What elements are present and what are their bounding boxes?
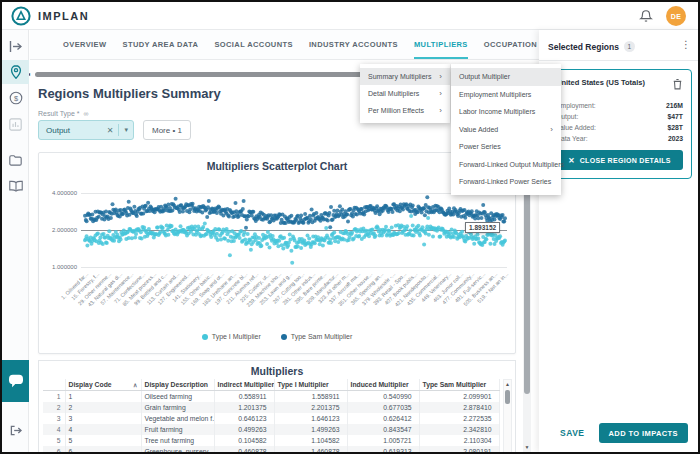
region-stat-3: Data Year:2023	[556, 133, 683, 144]
submenu-item-5[interactable]: Forward-Linked Output Multipliers	[451, 156, 561, 174]
submenu-item-2[interactable]: Labor Income Multipliers	[451, 103, 561, 121]
svg-text:$: $	[13, 94, 18, 103]
menu-item-label: Value Added	[459, 126, 498, 133]
submenu-arrow-icon: ›	[439, 106, 442, 115]
cell-type_sam: 2.110304	[419, 435, 499, 446]
menu-item-summary-0[interactable]: Summary Multipliers›	[360, 68, 450, 85]
submenu-arrow-icon: ›	[439, 89, 442, 98]
cell-code: 6	[65, 446, 141, 454]
brand-name: IMPLAN	[38, 10, 89, 22]
submenu-item-0[interactable]: Output Multiplier	[451, 68, 561, 86]
tab-overview[interactable]: OVERVIEW	[63, 30, 107, 59]
table-row[interactable]: 22Grain farming1.2013752.2013750.6770352…	[43, 402, 499, 413]
region-stats: Employment:216MOutput:$47TValue Added:$2…	[556, 100, 683, 144]
submenu-arrow-icon: ›	[550, 125, 553, 134]
chat-widget-button[interactable]	[2, 360, 29, 402]
column-header-indirect-multiplier[interactable]: Indirect Multiplier	[214, 379, 274, 391]
main-vertical-scrollbar[interactable]: ▼	[523, 150, 531, 452]
user-avatar[interactable]: DE	[666, 6, 686, 26]
chip-remove-icon[interactable]: ✕	[102, 126, 119, 135]
sort-asc-icon[interactable]: ∧	[133, 381, 137, 388]
region-card: United States (US Totals) Employment:216…	[547, 69, 692, 179]
link-icon: ∞	[84, 110, 89, 117]
cell-indirect: 0.558911	[214, 391, 274, 402]
row-number: 1	[43, 391, 65, 402]
region-stat-1: Output:$47T	[556, 111, 683, 122]
more-filters-button[interactable]: More • 1	[143, 120, 191, 140]
submenu-arrow-icon: ›	[439, 72, 442, 81]
cell-code: 4	[65, 424, 141, 435]
cell-code: 1	[65, 391, 141, 402]
add-to-impacts-button[interactable]: ADD TO IMPACTS	[599, 423, 689, 443]
cell-induced: 0.626412	[347, 413, 419, 424]
summary-multipliers-submenu: Output MultiplierEmployment MultipliersL…	[451, 64, 561, 195]
chart-legend: Type I MultiplierType Sam Multiplier	[39, 333, 515, 340]
cell-desc: Oilseed farming	[141, 391, 214, 402]
multipliers-table: Display Code∧Display DescriptionIndirect…	[43, 379, 500, 454]
sidebar-dollar-icon[interactable]: $	[2, 86, 29, 110]
table-row[interactable]: 11Oilseed farming0.5589111.5589110.54099…	[43, 391, 499, 402]
table-row[interactable]: 55Tree nut farming0.1045821.1045821.0057…	[43, 435, 499, 446]
cell-indirect: 0.646123	[214, 413, 274, 424]
tab-study-area-data[interactable]: STUDY AREA DATA	[123, 30, 199, 59]
implan-logo-icon	[11, 6, 31, 26]
menu-item-summary-2[interactable]: Per Million Effects›	[360, 102, 450, 119]
table-row[interactable]: 66Greenhouse, nursery, ...0.4608781.4608…	[43, 446, 499, 454]
submenu-item-1[interactable]: Employment Multipliers	[451, 86, 561, 104]
table-scrollbar-thumb[interactable]	[505, 390, 510, 404]
sidebar-regions-pin-icon[interactable]	[2, 60, 29, 84]
cell-indirect: 0.499263	[214, 424, 274, 435]
submenu-item-6[interactable]: Forward-Linked Power Series	[451, 173, 561, 191]
cell-type_sam: 2.342810	[419, 424, 499, 435]
sidebar-chart-icon[interactable]	[2, 112, 29, 136]
column-header-type-sam-multiplier[interactable]: Type Sam Multiplier	[419, 379, 499, 391]
tab-social-accounts[interactable]: SOCIAL ACCOUNTS	[214, 30, 293, 59]
cell-desc: Greenhouse, nursery, ...	[141, 446, 214, 454]
sidebar-folder-icon[interactable]	[2, 148, 29, 172]
cell-type_i: 1.104582	[274, 435, 347, 446]
region-count-badge: 1	[624, 41, 635, 52]
chip-dropdown-icon[interactable]: ▾	[119, 126, 133, 134]
scatterplot-card: Multipliers Scatterplot Chart 4.000000 2…	[38, 152, 516, 354]
table-scroll-up-icon[interactable]: ▲	[504, 381, 511, 387]
cell-type_sam: 2.878410	[419, 402, 499, 413]
top-bar: IMPLAN DE	[2, 2, 698, 30]
table-row[interactable]: 44Fruit farming0.4992631.4992630.8435472…	[43, 424, 499, 435]
column-header-display-description[interactable]: Display Description	[141, 379, 214, 391]
horizontal-scrollbar[interactable]	[35, 72, 369, 77]
submenu-item-4[interactable]: Power Series	[451, 138, 561, 156]
menu-item-label: Per Million Effects	[368, 107, 424, 114]
column-header-induced-multiplier[interactable]: Induced Multiplier	[347, 379, 419, 391]
submenu-item-3[interactable]: Value Added›	[451, 121, 561, 139]
tab-multipliers[interactable]: MULTIPLIERS	[414, 30, 468, 59]
cell-type_i: 1.499263	[274, 424, 347, 435]
panel-kebab-menu-icon[interactable]: ⋮	[681, 39, 691, 50]
result-type-chip[interactable]: Output ✕ ▾	[38, 120, 134, 140]
close-region-details-button[interactable]: ✕ CLOSE REGION DETAILS	[556, 150, 683, 170]
cell-induced: 0.540990	[347, 391, 419, 402]
table-vertical-scrollbar[interactable]: ▲ ▼	[503, 379, 512, 454]
scatter-plot	[39, 153, 517, 355]
notifications-bell-icon[interactable]	[639, 9, 653, 23]
panel-divider	[539, 60, 698, 61]
result-type-label: Result Type *∞	[38, 110, 89, 117]
column-header-display-code[interactable]: Display Code∧	[65, 379, 141, 391]
cell-type_sam: 2.099901	[419, 391, 499, 402]
menu-item-summary-1[interactable]: Detail Multipliers›	[360, 85, 450, 102]
row-number: 3	[43, 413, 65, 424]
table-row[interactable]: 33Vegetable and melon f...0.6461231.6461…	[43, 413, 499, 424]
sidebar-logout-icon[interactable]	[2, 418, 29, 442]
sidebar-expand-icon[interactable]	[2, 34, 29, 58]
cell-type_i: 1.460878	[274, 446, 347, 454]
tab-industry-accounts[interactable]: INDUSTRY ACCOUNTS	[309, 30, 398, 59]
menu-item-label: Forward-Linked Output Multipliers	[459, 161, 564, 168]
scroll-down-arrow-icon[interactable]: ▼	[523, 444, 531, 450]
sidebar-book-icon[interactable]	[2, 174, 29, 198]
cell-desc: Grain farming	[141, 402, 214, 413]
row-number: 5	[43, 435, 65, 446]
cell-type_i: 2.201375	[274, 402, 347, 413]
column-header-type-i-multiplier[interactable]: Type I Multiplier	[274, 379, 347, 391]
panel-actions: SAVE ADD TO IMPACTS	[560, 423, 688, 443]
save-button[interactable]: SAVE	[560, 428, 585, 438]
delete-region-trash-icon[interactable]	[672, 76, 683, 88]
